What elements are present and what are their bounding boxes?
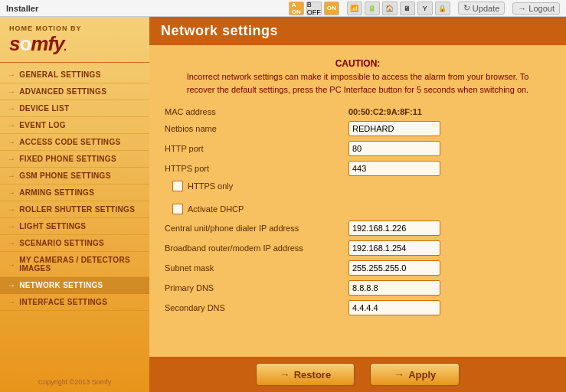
logout-label: Logout bbox=[528, 4, 555, 13]
content-area: Network settings CAUTION: Incorrect netw… bbox=[149, 17, 566, 392]
https-only-checkbox[interactable] bbox=[172, 181, 183, 191]
nav-label: ACCESS CODE SETTINGS bbox=[19, 138, 120, 146]
nav-label: ROLLER SHUTTER SETTINGS bbox=[19, 205, 135, 214]
update-label: Update bbox=[473, 4, 499, 13]
logout-button[interactable]: → Logout bbox=[512, 2, 560, 15]
nav-arrow-icon: → bbox=[8, 205, 15, 214]
wifi-icon: 📶 bbox=[347, 2, 362, 15]
nav-label: INTERFACE SETTINGS bbox=[19, 298, 107, 306]
apply-button[interactable]: → Apply bbox=[370, 363, 460, 386]
a-on-icon: AON bbox=[289, 2, 304, 15]
page-title: Network settings bbox=[149, 17, 566, 45]
sidebar-nav: → GENERAL SETTINGS → ADVANCED SETTINGS →… bbox=[0, 63, 149, 372]
nav-arrow-icon: → bbox=[8, 298, 15, 306]
apply-arrow-icon: → bbox=[394, 368, 404, 381]
nav-arrow-icon: → bbox=[8, 87, 15, 96]
netbios-label: Netbios name bbox=[165, 124, 348, 133]
nav-label: GSM PHONE SETTINGS bbox=[19, 172, 110, 180]
logo: HOME MOTION BY somfy. bbox=[0, 17, 149, 63]
sidebar-item-roller-shutter-settings[interactable]: → ROLLER SHUTTER SETTINGS bbox=[0, 201, 149, 218]
on-icon: ON bbox=[324, 2, 339, 15]
broadband-label: Broadband router/modem IP address bbox=[165, 243, 348, 253]
sidebar-item-fixed-phone-settings[interactable]: → FIXED PHONE SETTINGS bbox=[0, 151, 149, 168]
sidebar-item-arming-settings[interactable]: → ARMING SETTINGS bbox=[0, 185, 149, 201]
secondary-dns-row: Secondary DNS bbox=[165, 300, 551, 315]
caution-text: Incorrect network settings can make it i… bbox=[180, 70, 535, 96]
nav-label: MY CAMERAS / DETECTORS IMAGES bbox=[19, 256, 143, 273]
sidebar-item-event-log[interactable]: → EVENT LOG bbox=[0, 117, 149, 134]
activate-dhcp-checkbox[interactable] bbox=[172, 204, 183, 214]
https-only-label: HTTPS only bbox=[188, 181, 233, 191]
primary-dns-input[interactable] bbox=[348, 280, 440, 296]
nav-label: ADVANCED SETTINGS bbox=[19, 87, 106, 96]
sidebar-item-advanced-settings[interactable]: → ADVANCED SETTINGS bbox=[0, 83, 149, 100]
installer-label: Installer bbox=[6, 4, 38, 13]
top-bar: Installer AON BOFF ON 📶 🔋 🏠 🖥 Y 🔒 ↻ Upda… bbox=[0, 0, 566, 17]
sidebar-item-scenario-settings[interactable]: → SCENARIO SETTINGS bbox=[0, 235, 149, 252]
battery-icon: 🔋 bbox=[365, 2, 380, 15]
main-layout: HOME MOTION BY somfy. → GENERAL SETTINGS… bbox=[0, 17, 566, 392]
restore-button[interactable]: → Restore bbox=[256, 363, 355, 386]
sidebar-item-device-list[interactable]: → DEVICE LIST bbox=[0, 100, 149, 117]
primary-dns-label: Primary DNS bbox=[165, 283, 348, 292]
sidebar-item-light-settings[interactable]: → LIGHT SETTINGS bbox=[0, 218, 149, 235]
http-row: HTTP port bbox=[165, 141, 551, 156]
ab-icons: AON BOFF ON bbox=[289, 2, 339, 15]
nav-arrow-icon: → bbox=[8, 121, 15, 129]
nav-arrow-icon: → bbox=[8, 188, 15, 197]
sidebar-item-gsm-phone-settings[interactable]: → GSM PHONE SETTINGS bbox=[0, 168, 149, 185]
divider bbox=[165, 198, 551, 204]
nav-label: ARMING SETTINGS bbox=[19, 188, 94, 197]
status-icons: 📶 🔋 🏠 🖥 Y 🔒 bbox=[347, 2, 450, 15]
mac-value: 00:50:C2:9A:8F:11 bbox=[348, 107, 422, 116]
nav-label: EVENT LOG bbox=[19, 121, 65, 129]
logo-top-text: HOME MOTION BY bbox=[9, 24, 140, 32]
nav-label: LIGHT SETTINGS bbox=[19, 222, 86, 230]
update-button[interactable]: ↻ Update bbox=[458, 2, 505, 15]
lock-icon: 🔒 bbox=[435, 2, 450, 15]
https-only-row: HTTPS only bbox=[172, 181, 551, 191]
nav-label: DEVICE LIST bbox=[19, 104, 69, 113]
mac-row: MAC address 00:50:C2:9A:8F:11 bbox=[165, 107, 551, 116]
caution-title: CAUTION: bbox=[180, 57, 535, 70]
b-off-icon: BOFF bbox=[306, 2, 322, 15]
subnet-label: Subnet mask bbox=[165, 263, 348, 273]
top-bar-right: AON BOFF ON 📶 🔋 🏠 🖥 Y 🔒 ↻ Update → Logou… bbox=[289, 2, 560, 15]
sidebar: HOME MOTION BY somfy. → GENERAL SETTINGS… bbox=[0, 17, 149, 392]
activate-dhcp-row: Activate DHCP bbox=[172, 204, 551, 214]
apply-label: Apply bbox=[408, 369, 436, 381]
https-row: HTTPS port bbox=[165, 161, 551, 176]
caution-box: CAUTION: Incorrect network settings can … bbox=[180, 57, 535, 96]
mac-label: MAC address bbox=[165, 107, 348, 116]
home-icon: 🏠 bbox=[382, 2, 398, 15]
central-unit-row: Central unit/phone dialer IP address bbox=[165, 220, 551, 236]
update-icon: ↻ bbox=[463, 3, 470, 13]
y-icon: Y bbox=[417, 2, 433, 15]
activate-dhcp-label: Activate DHCP bbox=[188, 204, 244, 214]
secondary-dns-input[interactable] bbox=[348, 300, 440, 315]
restore-label: Restore bbox=[294, 369, 331, 381]
nav-arrow-icon: → bbox=[8, 104, 15, 113]
nav-label: FIXED PHONE SETTINGS bbox=[19, 155, 116, 163]
nav-arrow-icon: → bbox=[8, 239, 15, 247]
http-input[interactable] bbox=[348, 141, 440, 156]
netbios-row: Netbios name bbox=[165, 121, 551, 136]
broadband-row: Broadband router/modem IP address bbox=[165, 240, 551, 256]
sidebar-item-network-settings[interactable]: → NETWORK SETTINGS bbox=[0, 277, 149, 294]
sidebar-item-interface-settings[interactable]: → INTERFACE SETTINGS bbox=[0, 294, 149, 311]
https-input[interactable] bbox=[348, 161, 440, 176]
netbios-input[interactable] bbox=[348, 121, 440, 136]
subnet-input[interactable] bbox=[348, 260, 440, 276]
nav-label: GENERAL SETTINGS bbox=[19, 70, 100, 79]
content-body: CAUTION: Incorrect network settings can … bbox=[149, 45, 566, 357]
sidebar-item-general-settings[interactable]: → GENERAL SETTINGS bbox=[0, 67, 149, 83]
nav-arrow-icon: → bbox=[8, 172, 15, 180]
nav-label: NETWORK SETTINGS bbox=[19, 281, 103, 289]
sidebar-item-access-code-settings[interactable]: → ACCESS CODE SETTINGS bbox=[0, 134, 149, 151]
logout-icon: → bbox=[518, 4, 526, 13]
central-unit-input[interactable] bbox=[348, 220, 440, 236]
nav-arrow-icon: → bbox=[8, 70, 15, 79]
broadband-input[interactable] bbox=[348, 240, 440, 256]
sidebar-item-my-cameras[interactable]: → MY CAMERAS / DETECTORS IMAGES bbox=[0, 252, 149, 277]
logo-brand: somfy. bbox=[9, 32, 140, 56]
